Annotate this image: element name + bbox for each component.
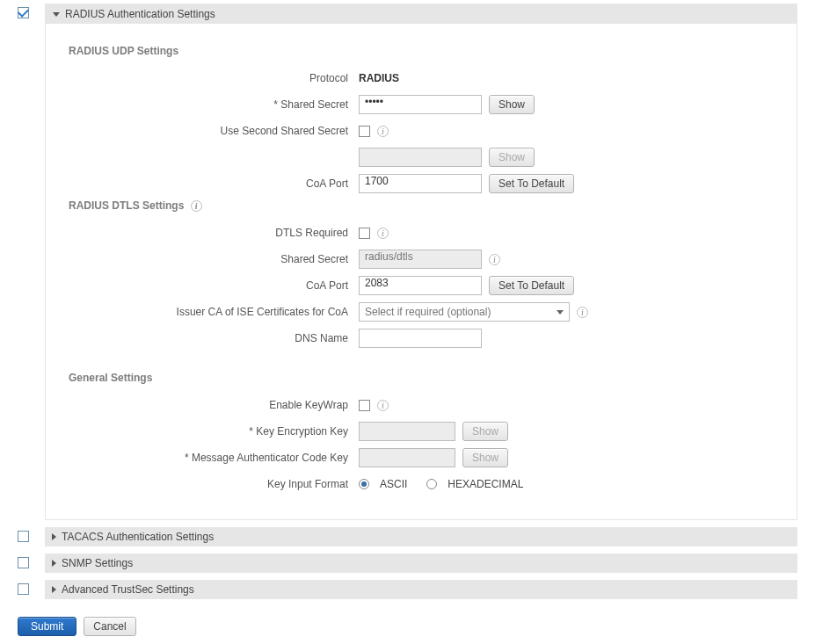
- issuer-ca-placeholder: Select if required (optional): [365, 306, 491, 318]
- enable-advanced-checkbox[interactable]: [18, 583, 29, 595]
- caret-right-icon: [52, 560, 56, 567]
- protocol-label: Protocol: [69, 72, 359, 84]
- radius-panel: RADIUS Authentication Settings RADIUS UD…: [45, 4, 797, 520]
- dtls-required-checkbox[interactable]: [359, 228, 370, 239]
- dtls-shared-label: Shared Secret: [69, 253, 359, 265]
- set-default-coa-button[interactable]: Set To Default: [489, 174, 574, 193]
- info-icon[interactable]: i: [377, 126, 389, 137]
- submit-button[interactable]: Submit: [18, 617, 76, 636]
- snmp-panel-header[interactable]: SNMP Settings: [45, 554, 797, 573]
- enable-tacacs-checkbox[interactable]: [18, 531, 29, 542]
- tacacs-panel-header[interactable]: TACACS Authentication Settings: [45, 527, 797, 546]
- radius-panel-title: RADIUS Authentication Settings: [65, 8, 215, 20]
- info-icon[interactable]: i: [377, 228, 389, 239]
- tacacs-panel-title: TACACS Authentication Settings: [62, 531, 214, 543]
- hex-radio[interactable]: [426, 479, 437, 489]
- tacacs-panel: TACACS Authentication Settings: [45, 527, 797, 546]
- udp-heading: RADIUS UDP Settings: [69, 45, 774, 57]
- dns-name-label: DNS Name: [69, 332, 359, 344]
- kek-input: [359, 422, 455, 441]
- shared-secret-input[interactable]: •••••: [359, 95, 482, 114]
- issuer-ca-label: Issuer CA of ISE Certificates for CoA: [69, 306, 359, 318]
- radius-panel-body: RADIUS UDP Settings Protocol RADIUS * Sh…: [46, 24, 797, 519]
- enable-snmp-checkbox[interactable]: [18, 557, 29, 568]
- caret-down-icon: [557, 310, 564, 315]
- kek-label: * Key Encryption Key: [69, 425, 359, 438]
- dtls-heading: RADIUS DTLS Settings i: [69, 199, 774, 212]
- coa-port-input[interactable]: 1700: [359, 174, 482, 193]
- info-icon[interactable]: i: [577, 307, 588, 318]
- info-icon[interactable]: i: [489, 254, 500, 265]
- caret-down-icon: [53, 12, 60, 17]
- dtls-set-default-button[interactable]: Set To Default: [489, 276, 574, 295]
- mak-input: [359, 448, 455, 467]
- enable-keywrap-checkbox[interactable]: [359, 400, 370, 411]
- hex-radio-label: HEXADECIMAL: [448, 478, 523, 490]
- show-mak-button: Show: [462, 448, 508, 467]
- second-secret-input: [359, 148, 482, 167]
- shared-secret-label: * Shared Secret: [69, 98, 359, 111]
- ascii-radio-label: ASCII: [380, 478, 407, 490]
- snmp-panel: SNMP Settings: [45, 554, 797, 573]
- dtls-shared-input: radius/dtls: [359, 250, 482, 269]
- info-icon[interactable]: i: [377, 400, 389, 411]
- show-kek-button: Show: [462, 422, 508, 441]
- advanced-panel-title: Advanced TrustSec Settings: [62, 583, 194, 596]
- form-actions: Submit Cancel: [18, 617, 797, 636]
- caret-right-icon: [52, 533, 56, 540]
- snmp-panel-title: SNMP Settings: [62, 557, 133, 569]
- dns-name-input[interactable]: [359, 329, 482, 348]
- enable-radius-checkbox[interactable]: [18, 7, 29, 18]
- show-shared-secret-button[interactable]: Show: [489, 95, 535, 114]
- info-icon[interactable]: i: [191, 200, 202, 212]
- second-secret-label: Use Second Shared Secret: [69, 125, 359, 137]
- ascii-radio[interactable]: [359, 479, 369, 489]
- show-second-secret-button: Show: [489, 148, 535, 167]
- dtls-coa-input[interactable]: 2083: [359, 276, 482, 295]
- protocol-value: RADIUS: [359, 72, 399, 84]
- enable-keywrap-label: Enable KeyWrap: [69, 399, 359, 411]
- advanced-panel-header[interactable]: Advanced TrustSec Settings: [45, 580, 797, 599]
- key-format-label: Key Input Format: [69, 478, 359, 490]
- coa-port-label: CoA Port: [69, 177, 359, 190]
- mak-label: * Message Authenticator Code Key: [69, 452, 359, 464]
- general-heading: General Settings: [69, 372, 774, 384]
- cancel-button[interactable]: Cancel: [84, 617, 135, 636]
- second-secret-checkbox[interactable]: [359, 126, 370, 137]
- dtls-required-label: DTLS Required: [69, 227, 359, 239]
- dtls-coa-label: CoA Port: [69, 279, 359, 292]
- issuer-ca-select[interactable]: Select if required (optional): [359, 302, 570, 322]
- advanced-panel: Advanced TrustSec Settings: [45, 580, 797, 599]
- radius-panel-header[interactable]: RADIUS Authentication Settings: [46, 4, 797, 24]
- caret-right-icon: [52, 586, 56, 593]
